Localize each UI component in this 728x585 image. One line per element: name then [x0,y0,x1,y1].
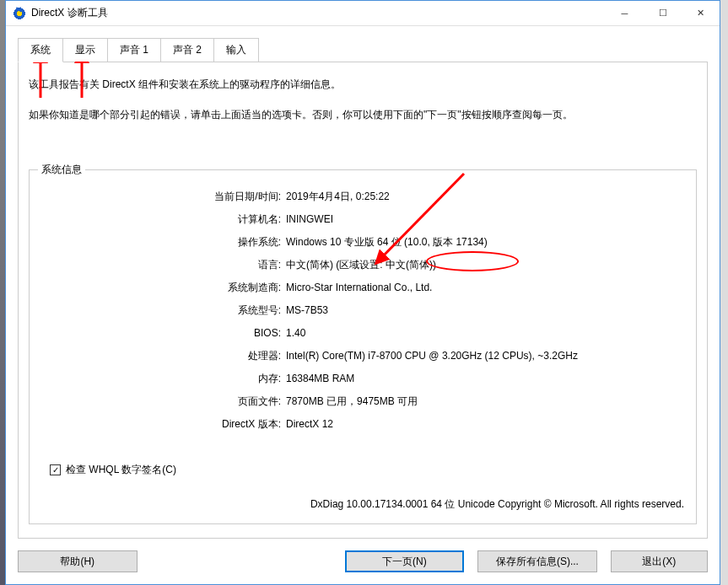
value-mem: 16384MB RAM [286,371,684,386]
value-pagefile: 7870MB 已用，9475MB 可用 [286,394,684,409]
description-text: 该工具报告有关 DirectX 组件和安装在系统上的驱动程序的详细信息。 如果你… [29,76,697,136]
row-cpu: 处理器: Intel(R) Core(TM) i7-8700 CPU @ 3.2… [41,348,684,363]
value-lang: 中文(简体) (区域设置: 中文(简体)) [286,257,684,272]
row-os: 操作系统: Windows 10 专业版 64 位 (10.0, 版本 1713… [41,234,684,250]
minimize-button[interactable]: ─ [606,1,644,25]
label-dxver: DirectX 版本: [41,416,286,432]
label-computer: 计算机名: [41,212,286,227]
row-lang: 语言: 中文(简体) (区域设置: 中文(简体)) [41,257,684,272]
label-pagefile: 页面文件: [41,394,286,409]
save-all-button[interactable]: 保存所有信息(S)... [477,550,597,572]
window-title: DirectX 诊断工具 [31,6,606,20]
button-bar: 帮助(H) 下一页(N) 保存所有信息(S)... 退出(X) [18,539,708,572]
whql-checkbox-label: 检查 WHQL 数字签名(C) [66,463,176,477]
value-bios: 1.40 [286,325,684,341]
help-button[interactable]: 帮助(H) [18,550,138,572]
copyright-text: DxDiag 10.00.17134.0001 64 位 Unicode Cop… [41,486,684,512]
groupbox-title: 系统信息 [38,163,85,177]
next-page-button[interactable]: 下一页(N) [345,550,465,572]
dxdiag-window: DirectX 诊断工具 ─ ☐ ✕ 系统 显示 声音 1 声音 2 输入 该工… [5,0,720,585]
label-mem: 内存: [41,371,286,386]
maximize-button[interactable]: ☐ [644,1,682,25]
row-datetime: 当前日期/时间: 2019年4月4日, 0:25:22 [41,189,684,204]
exit-button[interactable]: 退出(X) [611,550,708,572]
tab-panel-system: 该工具报告有关 DirectX 组件和安装在系统上的驱动程序的详细信息。 如果你… [18,62,708,539]
label-lang: 语言: [41,257,286,272]
tab-strip: 系统 显示 声音 1 声音 2 输入 [18,38,708,62]
whql-checkbox[interactable]: ✓ 检查 WHQL 数字签名(C) [50,463,684,477]
value-os: Windows 10 专业版 64 位 (10.0, 版本 17134) [286,234,684,250]
row-mem: 内存: 16384MB RAM [41,371,684,386]
row-bios: BIOS: 1.40 [41,325,684,341]
value-computer: ININGWEI [286,212,684,227]
row-dxver: DirectX 版本: DirectX 12 [41,416,684,432]
row-model: 系统型号: MS-7B53 [41,303,684,318]
value-model: MS-7B53 [286,303,684,318]
row-computer: 计算机名: ININGWEI [41,212,684,227]
tab-system[interactable]: 系统 [18,38,63,62]
dxdiag-icon [13,7,26,20]
label-model: 系统型号: [41,303,286,318]
row-pagefile: 页面文件: 7870MB 已用，9475MB 可用 [41,394,684,409]
system-info-groupbox: 系统信息 当前日期/时间: 2019年4月4日, 0:25:22 计算机名: I… [29,169,697,524]
value-dxver: DirectX 12 [286,416,684,432]
label-datetime: 当前日期/时间: [41,189,286,204]
label-mfr: 系统制造商: [41,280,286,295]
label-cpu: 处理器: [41,348,286,363]
close-button[interactable]: ✕ [682,1,720,25]
label-bios: BIOS: [41,325,286,341]
value-cpu: Intel(R) Core(TM) i7-8700 CPU @ 3.20GHz … [286,348,684,363]
titlebar: DirectX 诊断工具 ─ ☐ ✕ [6,1,720,26]
row-mfr: 系统制造商: Micro-Star International Co., Ltd… [41,280,684,295]
value-datetime: 2019年4月4日, 0:25:22 [286,189,684,204]
value-mfr: Micro-Star International Co., Ltd. [286,280,684,295]
tab-sound2[interactable]: 声音 2 [160,38,214,62]
tab-display[interactable]: 显示 [62,38,108,62]
checkbox-icon: ✓ [50,464,61,475]
tab-input[interactable]: 输入 [213,38,259,62]
label-os: 操作系统: [41,234,286,250]
tab-sound1[interactable]: 声音 1 [107,38,161,62]
